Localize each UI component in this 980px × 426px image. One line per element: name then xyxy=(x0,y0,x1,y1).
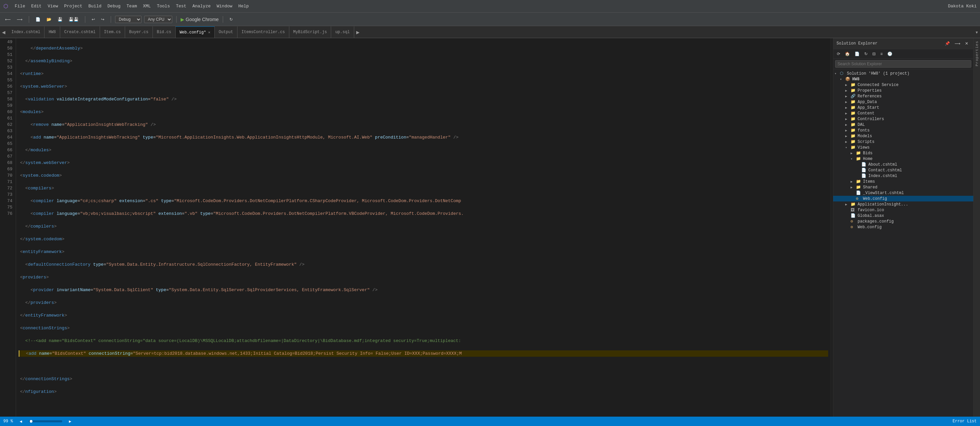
tree-item-favicon[interactable]: 🖼 favicon.ico xyxy=(833,207,973,213)
tab-up-sql[interactable]: up.sql xyxy=(331,26,354,38)
tree-item-models[interactable]: ▶ 📁 Models xyxy=(833,133,973,139)
folder-icon: 📁 xyxy=(856,151,862,156)
tab-scroll-left[interactable]: ◀ xyxy=(0,26,7,38)
menu-test[interactable]: Test xyxy=(176,4,186,9)
tab-label: up.sql xyxy=(335,30,350,35)
platform-dropdown[interactable]: Any CPU xyxy=(144,16,172,23)
save-all-button[interactable]: 💾💾 xyxy=(66,16,81,23)
menu-debug[interactable]: Debug xyxy=(107,4,121,9)
tab-item-cs[interactable]: Item.cs xyxy=(100,26,125,38)
tab-list-button[interactable]: ▾ xyxy=(974,26,980,38)
se-time-btn[interactable]: 🕐 xyxy=(886,51,894,57)
back-button[interactable]: ⟵ xyxy=(3,16,13,23)
folder-icon: 📁 xyxy=(851,105,857,110)
tree-item-scripts[interactable]: ▶ 📁 Scripts xyxy=(833,139,973,145)
undo-button[interactable]: ↩ xyxy=(89,16,97,23)
solution-explorer-header: Solution Explorer 📌 ⟶ ✕ xyxy=(833,38,973,49)
se-sync-btn[interactable]: ⟳ xyxy=(835,51,842,57)
menu-project[interactable]: Project xyxy=(64,4,83,9)
tree-item-global-asax[interactable]: 📄 Global.asax xyxy=(833,213,973,219)
config-icon: ⚙ xyxy=(856,196,862,201)
tab-bid-cs[interactable]: Bid.cs xyxy=(153,26,176,38)
tree-item-hw8[interactable]: ▾ 📦 HW8 xyxy=(833,76,973,82)
new-project-button[interactable]: 📄 xyxy=(33,16,43,23)
tree-item-connected-service[interactable]: ▶ 📁 Connected Service xyxy=(833,82,973,88)
menu-edit[interactable]: Edit xyxy=(31,4,41,9)
tab-create-cshtml[interactable]: Create.cshtml xyxy=(60,26,100,38)
menu-team[interactable]: Team xyxy=(126,4,137,9)
menu-window[interactable]: Window xyxy=(217,4,232,9)
tab-scroll-right[interactable]: ▶ xyxy=(354,26,361,38)
line-numbers: 49 50 51 52 53 54 55 56 57 58 59 60 61 6… xyxy=(0,38,16,416)
code-editor[interactable]: </dependentAssembly> </assemblyBinding> … xyxy=(16,38,831,416)
tree-arrow: ▶ xyxy=(845,134,851,138)
menu-file[interactable]: File xyxy=(15,4,25,9)
se-refresh-btn[interactable]: ↻ xyxy=(862,51,869,57)
tree-item-dal[interactable]: ▶ 📁 DAL xyxy=(833,122,973,128)
tree-item-app-data[interactable]: ▶ 📁 App_Data xyxy=(833,99,973,105)
code-container: 49 50 51 52 53 54 55 56 57 58 59 60 61 6… xyxy=(0,38,831,416)
tree-item-home[interactable]: ▾ 📁 Home xyxy=(833,156,973,162)
tree-item-solution[interactable]: ▾ ⬡ Solution 'HW8' (1 project) xyxy=(833,70,973,76)
menu-analyze[interactable]: Analyze xyxy=(192,4,211,9)
menu-build[interactable]: Build xyxy=(88,4,101,9)
forward-button[interactable]: ⟶ xyxy=(14,16,25,23)
tab-mybidscript[interactable]: MyBidScript.js xyxy=(289,26,331,38)
tab-hw8[interactable]: HW8 xyxy=(45,26,60,38)
tree-item-controllers[interactable]: ▶ 📁 Controllers xyxy=(833,116,973,122)
tree-item-app-start[interactable]: ▶ 📁 App_Start xyxy=(833,105,973,110)
status-error-list[interactable]: Error List xyxy=(953,419,977,424)
tree-arrow: ▶ xyxy=(845,140,851,144)
tree-label-viewstart: _ViewStart.cshtml xyxy=(863,191,904,195)
tree-item-web-config-views[interactable]: ⚙ Web.config xyxy=(833,196,973,201)
menu-tools[interactable]: Tools xyxy=(157,4,170,9)
menu-help[interactable]: Help xyxy=(239,4,249,9)
refresh-button[interactable]: ↻ xyxy=(227,16,235,23)
tree-item-about-cshtml[interactable]: 📄 About.cshtml xyxy=(833,162,973,168)
tree-item-index-cshtml[interactable]: 📄 Index.cshtml xyxy=(833,173,973,179)
tree-item-shared[interactable]: ▶ 📁 Shared xyxy=(833,184,973,190)
tab-buyer-cs[interactable]: Buyer.cs xyxy=(125,26,153,38)
se-collapse-btn[interactable]: ⊟ xyxy=(871,51,877,57)
tree-item-fonts[interactable]: ▶ 📁 fonts xyxy=(833,128,973,133)
se-home-btn[interactable]: 🏠 xyxy=(843,51,851,57)
se-properties-btn[interactable]: ≡ xyxy=(879,51,885,57)
save-button[interactable]: 💾 xyxy=(55,16,65,23)
tree-label-views: Views xyxy=(858,145,870,150)
tree-item-properties[interactable]: ▶ 📁 Properties xyxy=(833,88,973,93)
tree-item-views[interactable]: ▾ 📁 Views xyxy=(833,145,973,150)
tree-item-contact-cshtml[interactable]: 📄 Contact.cshtml xyxy=(833,168,973,173)
tree-item-bids[interactable]: ▶ 📁 Bids xyxy=(833,150,973,156)
tree-item-viewstart[interactable]: 📄 _ViewStart.cshtml xyxy=(833,190,973,196)
se-search-input[interactable] xyxy=(835,60,971,68)
title-bar-left: ⬡ File Edit View Project Build Debug Tea… xyxy=(3,3,249,10)
zoom-slider[interactable] xyxy=(29,420,62,422)
tab-items-controller[interactable]: ItemsController.cs xyxy=(237,26,289,38)
tab-web-config[interactable]: Web.config* ✕ xyxy=(176,26,215,38)
tab-close-icon[interactable]: ✕ xyxy=(208,30,210,35)
se-pin-button[interactable]: 📌 xyxy=(943,40,951,47)
menu-view[interactable]: View xyxy=(48,4,58,9)
menu-xml[interactable]: XML xyxy=(143,4,151,9)
redo-button[interactable]: ↪ xyxy=(99,16,107,23)
code-line-64: </system.codedom> xyxy=(19,236,828,242)
se-show-all-btn[interactable]: 📄 xyxy=(853,51,861,57)
folder-icon: 📁 xyxy=(851,139,857,144)
tree-label-connected-service: Connected Service xyxy=(858,83,898,87)
open-button[interactable]: 📂 xyxy=(44,16,54,23)
tree-label-home: Home xyxy=(863,156,873,161)
tab-output[interactable]: Output xyxy=(215,26,237,38)
tree-item-items[interactable]: ▶ 📁 Items xyxy=(833,179,973,184)
tab-index-cshtml[interactable]: Index.cshtml xyxy=(7,26,45,38)
run-button[interactable]: ▶ Google Chrome xyxy=(181,17,219,22)
tree-item-web-config-root[interactable]: ⚙ Web.config xyxy=(833,224,973,230)
se-close-button[interactable]: ✕ xyxy=(963,40,970,47)
se-arrow-button[interactable]: ⟶ xyxy=(953,40,962,47)
vs-logo: ⬡ xyxy=(3,3,8,10)
tree-item-references[interactable]: ▶ 🔗 References xyxy=(833,93,973,99)
tree-item-packages-config[interactable]: ⚙ packages.config xyxy=(833,219,973,224)
tree-item-appinsight[interactable]: ▶ 📁 ApplicationInsight... xyxy=(833,201,973,207)
tree-item-content[interactable]: ▶ 📁 Content xyxy=(833,110,973,116)
debug-mode-dropdown[interactable]: Debug Release xyxy=(115,16,142,23)
tree-label-about: About.cshtml xyxy=(868,162,897,167)
